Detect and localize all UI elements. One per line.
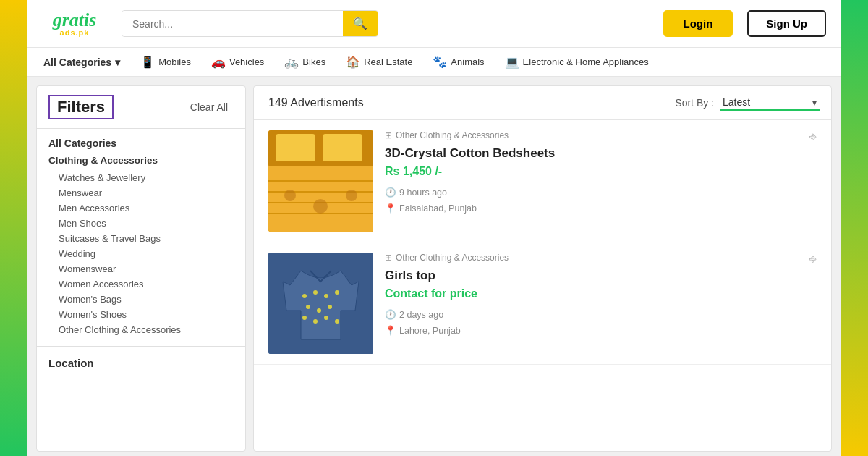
svg-point-13 xyxy=(302,294,307,298)
real-estate-icon: 🏠 xyxy=(346,55,360,69)
svg-point-21 xyxy=(313,319,318,324)
svg-point-19 xyxy=(328,305,332,309)
listing-price-1: Rs 1,450 /- xyxy=(385,165,783,178)
svg-rect-4 xyxy=(323,134,362,161)
nav-animals-label: Animals xyxy=(451,56,484,67)
bedsheet-image xyxy=(268,130,373,232)
filter-womens-shoes[interactable]: Women's Shoes xyxy=(48,307,234,322)
svg-point-22 xyxy=(324,316,328,320)
listing-title-2[interactable]: Girls top xyxy=(385,269,783,283)
clock-icon: 🕐 xyxy=(385,187,396,198)
main-wrapper: gratis ads.pk 🔍 Login Sign Up All Catego… xyxy=(27,0,841,456)
nav-electronics-label: Electronic & Home Appliances xyxy=(523,56,649,67)
electronics-icon: 💻 xyxy=(505,55,519,69)
listing-location-2: 📍 Lahore, Punjab xyxy=(385,325,783,336)
svg-point-18 xyxy=(317,308,321,313)
svg-point-23 xyxy=(335,319,339,324)
listing-details-1: ⊞ Other Clothing & Accessories 3D-Crysta… xyxy=(385,130,783,214)
nav-electronics[interactable]: 💻 Electronic & Home Appliances xyxy=(496,48,658,76)
filter-womenswear[interactable]: Womenswear xyxy=(48,261,234,276)
sort-label: Sort By : xyxy=(675,97,714,109)
filter-other-clothing[interactable]: Other Clothing & Accessories xyxy=(48,322,234,337)
vehicle-icon: 🚗 xyxy=(211,55,226,69)
listing-image-1 xyxy=(268,130,373,232)
location-section: Location xyxy=(37,347,245,379)
location-pin-icon-2: 📍 xyxy=(385,325,396,336)
header: gratis ads.pk 🔍 Login Sign Up xyxy=(27,0,841,48)
left-border xyxy=(0,0,27,456)
listing-details-2: ⊞ Other Clothing & Accessories Girls top… xyxy=(385,253,783,336)
svg-point-10 xyxy=(313,199,328,214)
filter-womens-bags[interactable]: Women's Bags xyxy=(48,292,234,307)
search-button[interactable]: 🔍 xyxy=(343,11,378,36)
svg-point-17 xyxy=(306,305,310,309)
ads-count: 149 Advertisments xyxy=(268,96,364,109)
nav-bikes[interactable]: 🚲 Bikes xyxy=(276,48,334,76)
listing-category-2: ⊞ Other Clothing & Accessories xyxy=(385,253,783,263)
listing-card-2: ⊞ Other Clothing & Accessories Girls top… xyxy=(254,242,831,365)
share-icon-1[interactable]: ⎆ xyxy=(809,130,817,143)
nav-vehicles[interactable]: 🚗 Vehicles xyxy=(203,48,273,76)
svg-point-14 xyxy=(313,290,318,295)
listing-time-2: 🕐 2 days ago xyxy=(385,309,783,320)
filter-suitcases[interactable]: Suitcases & Travel Bags xyxy=(48,231,234,246)
search-input[interactable] xyxy=(122,11,343,36)
nav-mobiles[interactable]: 📱 Mobiles xyxy=(132,48,200,76)
filter-women-accessories[interactable]: Women Accessories xyxy=(48,276,234,292)
clear-all-button[interactable]: Clear All xyxy=(184,98,234,116)
category-label-2: Other Clothing & Accessories xyxy=(396,253,509,263)
listing-title-1[interactable]: 3D-Crystal Cotton Bedsheets xyxy=(385,146,783,161)
filters-header: Filters Clear All xyxy=(37,86,245,129)
nav-bar: All Categories ▾ 📱 Mobiles 🚗 Vehicles 🚲 … xyxy=(27,48,841,77)
category-icon: ⊞ xyxy=(385,130,392,140)
listing-actions-1: ⎆ xyxy=(795,130,817,143)
listing-price-2: Contact for price xyxy=(385,287,783,300)
nav-real-estate[interactable]: 🏠 Real Estate xyxy=(337,48,421,76)
listing-actions-2: ⎆ xyxy=(795,253,817,266)
location-label-2: Lahore, Punjab xyxy=(399,326,461,336)
filter-men-shoes[interactable]: Men Shoes xyxy=(48,216,234,231)
logo: gratis ads.pk xyxy=(42,11,107,37)
listings-area: 149 Advertisments Sort By : Latest Oldes… xyxy=(253,85,832,452)
category-icon-2: ⊞ xyxy=(385,253,392,263)
svg-point-9 xyxy=(284,190,296,201)
svg-point-16 xyxy=(335,290,339,295)
listing-card: ⊞ Other Clothing & Accessories 3D-Crysta… xyxy=(254,120,831,242)
filter-watches-jewellery[interactable]: Watches & Jewellery xyxy=(48,170,234,185)
listings-header: 149 Advertisments Sort By : Latest Oldes… xyxy=(254,86,831,120)
chevron-down-icon: ▾ xyxy=(115,56,120,68)
parent-category-label[interactable]: Clothing & Accessories xyxy=(48,155,234,166)
mobile-icon: 📱 xyxy=(140,55,155,69)
svg-point-11 xyxy=(346,190,357,201)
listing-category-1: ⊞ Other Clothing & Accessories xyxy=(385,130,783,140)
login-button[interactable]: Login xyxy=(663,10,733,37)
top-image xyxy=(268,253,373,354)
filter-menswear[interactable]: Menswear xyxy=(48,185,234,200)
svg-point-20 xyxy=(302,316,307,320)
filter-wedding[interactable]: Wedding xyxy=(48,246,234,261)
search-bar: 🔍 xyxy=(122,10,378,37)
time-label-1: 9 hours ago xyxy=(399,187,447,198)
location-pin-icon: 📍 xyxy=(385,203,396,214)
logo-text: gratis xyxy=(53,11,97,30)
time-label-2: 2 days ago xyxy=(399,310,443,320)
filter-men-accessories[interactable]: Men Accessories xyxy=(48,200,234,216)
share-icon-2[interactable]: ⎆ xyxy=(809,253,817,266)
nav-bikes-label: Bikes xyxy=(302,56,326,67)
nav-real-estate-label: Real Estate xyxy=(364,56,412,67)
animals-icon: 🐾 xyxy=(433,55,447,69)
clock-icon-2: 🕐 xyxy=(385,309,396,320)
all-categories-nav[interactable]: All Categories ▾ xyxy=(35,49,129,75)
listing-time-1: 🕐 9 hours ago xyxy=(385,187,783,198)
categories-section: All Categories Clothing & Accessories Wa… xyxy=(37,129,245,347)
sort-bar: Sort By : Latest Oldest Price: Low to Hi… xyxy=(675,95,817,111)
nav-animals[interactable]: 🐾 Animals xyxy=(424,48,493,76)
nav-vehicles-label: Vehicles xyxy=(229,56,264,67)
sidebar: Filters Clear All All Categories Clothin… xyxy=(36,85,246,452)
listing-image-2 xyxy=(268,253,373,354)
all-categories-label: All Categories xyxy=(43,56,111,68)
sort-select[interactable]: Latest Oldest Price: Low to High Price: … xyxy=(720,95,820,111)
nav-mobiles-label: Mobiles xyxy=(158,56,191,67)
filters-title: Filters xyxy=(48,95,114,119)
signup-button[interactable]: Sign Up xyxy=(747,10,826,37)
